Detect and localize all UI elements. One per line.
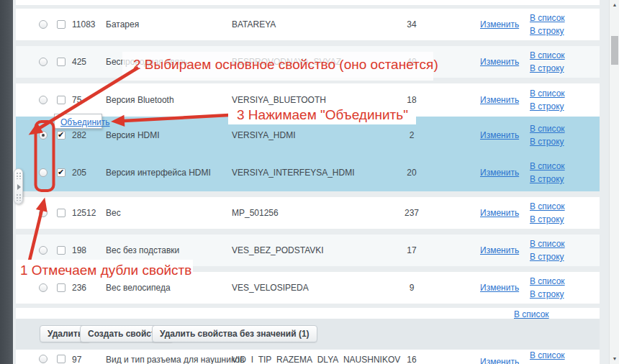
edit-link[interactable]: Изменить bbox=[480, 95, 519, 105]
to-row-link[interactable]: В строку bbox=[530, 63, 565, 73]
property-name: Вес bbox=[106, 208, 121, 218]
to-list-link[interactable]: В список bbox=[530, 201, 565, 211]
to-list-link[interactable]: В список bbox=[530, 276, 565, 286]
property-code: MP_501256 bbox=[232, 208, 279, 218]
table-row: ✔ 425 Беспроводная связь BESPROVODNAYA_S… bbox=[16, 46, 600, 78]
to-list-link[interactable]: В список bbox=[530, 124, 565, 134]
select-primary-radio[interactable] bbox=[39, 168, 48, 177]
elements-count: 20 bbox=[381, 168, 443, 178]
elements-count: 9 bbox=[381, 283, 443, 293]
select-duplicate-checkbox[interactable]: ✔ bbox=[57, 20, 65, 29]
elements-count: 18 bbox=[381, 95, 443, 105]
elements-count: 16 bbox=[381, 355, 443, 364]
property-name: Версия HDMI bbox=[106, 130, 160, 140]
edit-link[interactable]: Изменить bbox=[480, 283, 519, 293]
elements-count: 40 bbox=[381, 57, 443, 67]
to-list-link[interactable]: В список bbox=[530, 350, 565, 360]
property-code: VID_I_TIP_RAZEMA_DLYA_NAUSHNIKOV bbox=[232, 355, 400, 364]
select-duplicate-checkbox[interactable]: ✔ bbox=[57, 283, 65, 292]
elements-count: 2 bbox=[381, 130, 443, 140]
merge-link[interactable]: Объединить bbox=[60, 117, 110, 127]
to-row-link[interactable]: В строку bbox=[530, 289, 565, 299]
table-row: ✔ 11083 Батарея BATAREYA 34 Изменить В с… bbox=[16, 9, 600, 40]
expand-arrow-icon bbox=[17, 184, 21, 190]
select-primary-radio[interactable] bbox=[39, 283, 48, 292]
to-list-link[interactable]: В список bbox=[530, 13, 565, 23]
table-row: ✔ 12512 Вес MP_501256 237 Изменить В спи… bbox=[16, 197, 600, 229]
check-icon: ✔ bbox=[58, 168, 64, 177]
select-primary-radio[interactable] bbox=[39, 20, 48, 29]
check-icon: ✔ bbox=[58, 130, 64, 140]
actions-bar: Удалить Создать свойство Удалить свойств… bbox=[16, 319, 600, 350]
property-name: Вес без подставки bbox=[106, 245, 179, 255]
select-duplicate-checkbox[interactable]: ✔ bbox=[57, 131, 65, 140]
to-list-link[interactable]: В список bbox=[530, 50, 565, 60]
select-duplicate-checkbox[interactable]: ✔ bbox=[57, 355, 65, 363]
to-row-link[interactable]: В строку bbox=[530, 252, 565, 262]
edit-link[interactable]: Изменить bbox=[480, 357, 519, 364]
select-duplicate-checkbox[interactable]: ✔ bbox=[57, 246, 65, 255]
property-name: Версия Bluetooth bbox=[106, 95, 174, 105]
property-code: VES_BEZ_PODSTAVKI bbox=[232, 245, 324, 255]
elements-count: 34 bbox=[381, 19, 443, 29]
table-row: ✔ 236 Вес велосипеда VES_VELOSIPEDA 9 Из… bbox=[16, 272, 600, 304]
to-list-link[interactable]: В список bbox=[530, 239, 565, 249]
to-row-link[interactable]: В строку bbox=[530, 26, 565, 36]
grip-dots-icon bbox=[16, 172, 22, 179]
scroll-up-icon[interactable]: ▲ bbox=[610, 0, 619, 10]
sidebar-rail bbox=[0, 0, 13, 364]
select-primary-radio[interactable] bbox=[39, 209, 48, 217]
edit-link[interactable]: Изменить bbox=[480, 208, 519, 218]
edit-link[interactable]: Изменить bbox=[480, 168, 519, 178]
edit-link[interactable]: Изменить bbox=[480, 57, 519, 67]
select-primary-radio[interactable] bbox=[39, 131, 48, 140]
scrollbar-thumb[interactable] bbox=[611, 36, 618, 65]
property-id: 198 bbox=[72, 245, 86, 255]
property-id: 97 bbox=[72, 355, 81, 364]
partial-row: В список bbox=[16, 308, 600, 319]
property-name: Вес велосипеда bbox=[106, 283, 171, 293]
edit-link[interactable]: Изменить bbox=[480, 19, 519, 29]
table-row: ✔ 198 Вес без подставки VES_BEZ_PODSTAVK… bbox=[16, 235, 600, 266]
property-code: VERSIYA_INTERFEYSA_HDMI bbox=[232, 168, 354, 178]
property-id: 12512 bbox=[72, 208, 96, 218]
edit-link[interactable]: Изменить bbox=[480, 245, 519, 255]
property-code: VERSIYA_BLUETOOTH bbox=[232, 95, 326, 105]
to-row-link[interactable]: В строку bbox=[530, 214, 565, 224]
select-duplicate-checkbox[interactable]: ✔ bbox=[57, 168, 65, 177]
select-primary-radio[interactable] bbox=[39, 58, 48, 66]
scrollbar-track[interactable]: ▲ ▼ bbox=[609, 0, 619, 364]
scroll-down-icon[interactable]: ▼ bbox=[610, 354, 619, 364]
sidebar-toggle[interactable] bbox=[14, 168, 23, 204]
to-list-link[interactable]: В список bbox=[514, 309, 549, 319]
elements-count: 17 bbox=[381, 245, 443, 255]
property-name: Версия интерфейса HDMI bbox=[106, 168, 211, 178]
elements-count: 237 bbox=[381, 208, 443, 218]
property-id: 282 bbox=[72, 130, 86, 140]
property-code: BESPROVODNAYA_SVYAZ bbox=[232, 57, 341, 67]
select-primary-radio[interactable] bbox=[39, 355, 48, 363]
property-id: 425 bbox=[72, 57, 86, 67]
grip-dots-icon bbox=[16, 194, 22, 201]
select-duplicate-checkbox[interactable]: ✔ bbox=[57, 58, 65, 66]
to-list-link[interactable]: В список bbox=[530, 88, 565, 99]
property-id: 75 bbox=[72, 95, 81, 105]
to-row-link[interactable]: В строку bbox=[530, 137, 565, 147]
property-id: 236 bbox=[72, 283, 86, 293]
to-list-link[interactable]: В список bbox=[530, 161, 565, 171]
property-code: BATAREYA bbox=[232, 19, 276, 29]
property-name: Вид и тип разъема для наушников bbox=[106, 355, 244, 364]
edit-link[interactable]: Изменить bbox=[480, 130, 519, 140]
property-code: VES_VELOSIPEDA bbox=[232, 283, 309, 293]
merge-tooltip: Объединить bbox=[54, 114, 102, 129]
property-name: Беспроводная связь bbox=[106, 57, 188, 67]
to-row-link[interactable]: В строку bbox=[530, 174, 565, 184]
delete-empty-properties-button[interactable]: Удалить свойства без значений (1) bbox=[152, 325, 317, 342]
to-row-link[interactable]: В строку bbox=[530, 101, 565, 112]
select-primary-radio[interactable] bbox=[39, 246, 48, 255]
select-primary-radio[interactable] bbox=[39, 96, 48, 104]
property-code: VERSIYA_HDMI bbox=[232, 130, 295, 140]
select-duplicate-checkbox[interactable]: ✔ bbox=[57, 209, 65, 217]
property-id: 205 bbox=[72, 168, 86, 178]
select-duplicate-checkbox[interactable]: ✔ bbox=[57, 96, 65, 104]
